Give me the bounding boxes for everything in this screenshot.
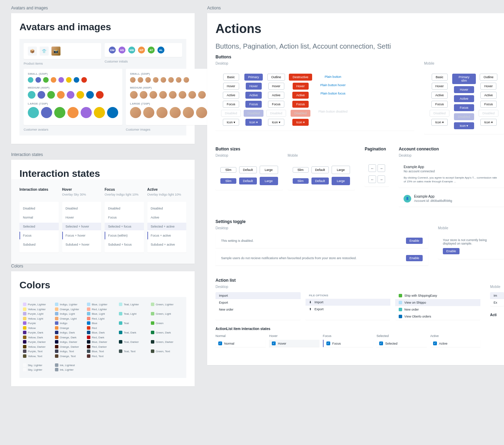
basic-button[interactable]: Focus <box>431 101 448 108</box>
state-item[interactable]: Focus <box>105 214 144 221</box>
state-item[interactable]: Focus (within) <box>105 232 144 239</box>
state-item[interactable]: Subdued + hover <box>62 241 101 248</box>
enable-button[interactable]: Enable <box>406 238 423 244</box>
basic-button[interactable]: Disabled <box>221 110 241 117</box>
basic-button[interactable]: Hover <box>223 83 239 90</box>
pager-next[interactable]: → <box>377 175 385 183</box>
outline-button[interactable]: Hover <box>268 83 284 90</box>
slim-primary-button[interactable]: Slim <box>293 178 309 184</box>
state-item[interactable]: Disabled <box>19 205 59 212</box>
large-primary-button[interactable]: Large <box>332 177 350 185</box>
large-primary-button[interactable]: Large <box>260 177 278 185</box>
primary-slim-button[interactable]: Primary slim <box>452 74 476 84</box>
plain-button[interactable]: Plain button <box>321 74 345 80</box>
action-list-item[interactable]: New order <box>216 306 301 313</box>
plain-button[interactable]: Plain button disabled <box>315 108 351 115</box>
state-item[interactable]: Disabled <box>105 205 144 212</box>
outline-button[interactable]: Icon ▾ <box>480 119 497 126</box>
basic-button[interactable]: Active <box>431 92 448 99</box>
primary-button[interactable]: Hover <box>246 83 262 90</box>
action-list-item[interactable]: New order <box>395 306 480 313</box>
action-list-item[interactable]: View on Shippo <box>395 299 480 306</box>
basic-button[interactable]: Hover <box>432 83 448 90</box>
slim-button[interactable]: Slim <box>293 167 309 173</box>
state-item[interactable]: Disabled <box>62 205 101 212</box>
action-list-item[interactable]: ✓Focus <box>323 340 373 347</box>
action-list-item[interactable]: ⬆Export <box>306 306 391 313</box>
outline-button[interactable]: Active <box>480 92 497 99</box>
plain-button[interactable]: Plain button focus <box>317 90 349 97</box>
outline-button[interactable]: Outline <box>480 74 497 81</box>
primary-button[interactable]: Focus <box>245 101 262 108</box>
primary-button[interactable]: Icon ▾ <box>245 119 262 126</box>
action-list-item[interactable]: ✓Selected <box>376 340 426 347</box>
outline-button[interactable]: Outline <box>267 74 285 81</box>
state-item[interactable]: Hover <box>62 214 101 221</box>
primary-button[interactable]: Disabled <box>244 110 263 117</box>
plain-button[interactable]: Plain button hover <box>317 82 349 88</box>
basic-button[interactable]: Basic <box>432 74 448 81</box>
default-button[interactable]: Default <box>311 166 329 173</box>
action-list-item[interactable]: Ex <box>490 299 504 306</box>
action-list-item[interactable]: ⬇Import <box>306 299 391 306</box>
state-item[interactable]: Selected + hover <box>62 223 101 230</box>
state-item[interactable]: Selected + focus <box>105 223 144 230</box>
basic-button[interactable]: Active <box>223 92 239 99</box>
basic-button[interactable]: Icon ▾ <box>223 119 239 126</box>
action-list-item[interactable]: View Oberlo orders <box>395 313 480 320</box>
destructive-button[interactable]: Active <box>292 92 309 99</box>
action-list-item[interactable]: ✓Active <box>430 340 480 347</box>
primary-slim-button[interactable]: Focus <box>454 104 474 111</box>
default-button[interactable]: Default <box>239 166 257 173</box>
pager-prev[interactable]: ← <box>368 175 376 183</box>
pager-prev[interactable]: ← <box>368 164 376 172</box>
primary-slim-button[interactable]: Active <box>454 95 474 102</box>
large-button[interactable]: Large <box>260 166 278 174</box>
action-list-item[interactable]: Import <box>216 292 301 299</box>
state-item[interactable]: Focus <box>19 232 59 239</box>
action-list-item[interactable]: ✓Normal <box>216 340 266 347</box>
outline-button[interactable]: Icon ▾ <box>268 119 284 126</box>
state-item[interactable]: Selected + active <box>147 223 187 230</box>
action-list-item[interactable]: Export <box>216 299 301 306</box>
outline-button[interactable]: Focus <box>268 101 284 108</box>
destructive-button[interactable]: Focus <box>292 101 309 108</box>
primary-slim-button[interactable]: Disabled <box>454 113 474 120</box>
basic-button[interactable]: Focus <box>223 101 239 108</box>
basic-button[interactable]: Icon ▾ <box>431 119 448 126</box>
default-primary-button[interactable]: Default <box>311 178 329 184</box>
destructive-button[interactable]: Disabled <box>291 110 310 117</box>
state-item[interactable]: Subdued + focus <box>105 241 144 248</box>
basic-button[interactable]: Basic <box>223 74 239 81</box>
action-list-item[interactable]: ✓Hover <box>269 340 319 347</box>
outline-button[interactable]: Active <box>268 92 284 99</box>
slim-button[interactable]: Slim <box>220 167 236 173</box>
outline-button[interactable]: Hover <box>480 83 496 90</box>
destructive-button[interactable]: Destructive <box>289 74 312 81</box>
basic-button[interactable]: Disabled <box>430 110 449 117</box>
action-list-item[interactable]: Ship with ShippingEasy <box>395 292 480 299</box>
default-primary-button[interactable]: Default <box>239 178 257 184</box>
state-item[interactable]: Normal <box>19 214 59 221</box>
outline-button[interactable]: Disabled <box>479 110 498 117</box>
state-item[interactable]: Subdued <box>19 241 59 248</box>
state-item[interactable]: Selected <box>19 223 59 230</box>
primary-slim-button[interactable]: Hover <box>454 86 474 93</box>
state-item[interactable]: Disabled <box>147 205 187 212</box>
large-button[interactable]: Large <box>332 166 350 174</box>
primary-button[interactable]: Primary <box>244 74 263 81</box>
destructive-button[interactable]: Icon ▾ <box>292 119 309 126</box>
state-item[interactable]: Focus + active <box>147 232 187 239</box>
pager-next[interactable]: → <box>377 164 385 172</box>
state-item[interactable]: Focus + hover <box>62 232 101 239</box>
primary-slim-button[interactable]: Icon ▾ <box>454 122 474 129</box>
action-list-item[interactable]: Im <box>490 292 504 299</box>
state-item[interactable]: Subdued + active <box>147 241 187 248</box>
outline-button[interactable]: Disabled <box>266 110 286 117</box>
outline-button[interactable]: Focus <box>480 101 497 108</box>
slim-primary-button[interactable]: Slim <box>220 178 236 184</box>
destructive-button[interactable]: Hover <box>293 83 309 90</box>
primary-button[interactable]: Active <box>245 92 262 99</box>
enable-button[interactable]: Enable <box>406 255 423 261</box>
enable-button[interactable]: Enable <box>443 248 460 254</box>
